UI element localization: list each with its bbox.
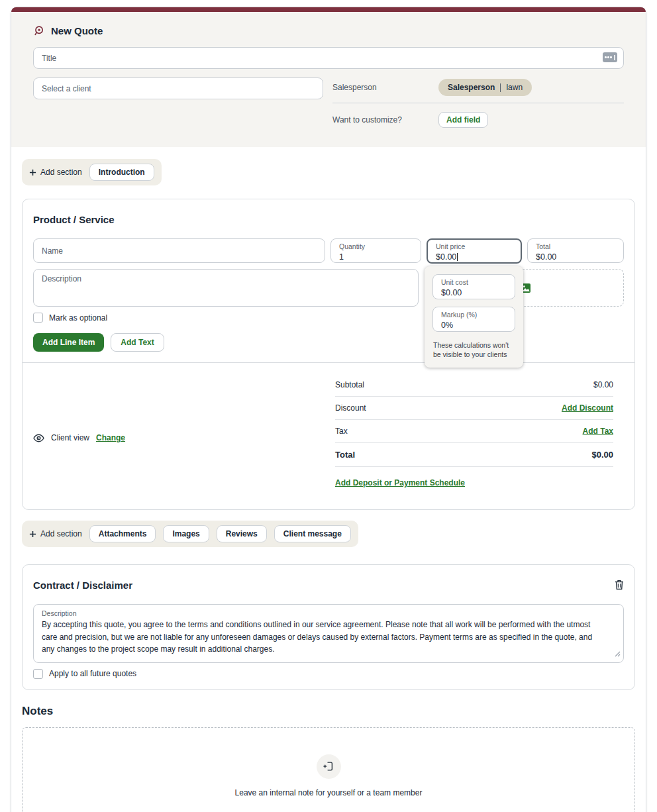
page: New Quote Salesperson Salesperson lawn <box>0 0 657 812</box>
subtotal-value: $0.00 <box>593 380 613 389</box>
new-quote-card: New Quote Salesperson Salesperson lawn <box>11 7 646 812</box>
quote-body: Add section Introduction Product / Servi… <box>11 147 646 812</box>
quote-title-input[interactable] <box>33 47 624 69</box>
page-title: New Quote <box>51 25 103 36</box>
line-item-row: Quantity 1 Unit price $0.00 Unit cost $ <box>33 238 624 264</box>
note-icon-circle <box>317 754 341 779</box>
plus-icon <box>29 531 36 538</box>
trash-icon[interactable] <box>615 580 624 590</box>
customize-label: Want to customize? <box>332 115 438 125</box>
unit-cost-value: $0.00 <box>441 287 507 298</box>
total-value: $0.00 <box>591 450 613 460</box>
contract-description-label: Description <box>42 609 615 617</box>
mark-optional-label: Mark as optional <box>49 313 107 323</box>
text-cursor <box>457 253 458 261</box>
add-section-label: Add section <box>40 529 82 538</box>
description-row <box>33 269 624 307</box>
unit-price-field[interactable]: Unit price $0.00 <box>427 238 522 264</box>
quantity-field[interactable]: Quantity 1 <box>330 238 421 263</box>
section-pill-client-message[interactable]: Client message <box>274 525 351 542</box>
total-label: Total <box>335 450 355 460</box>
subtotal-label: Subtotal <box>335 380 364 389</box>
quantity-value: 1 <box>339 252 413 262</box>
unit-price-label: Unit price <box>436 242 513 252</box>
eye-icon <box>33 434 44 442</box>
text-template-icon[interactable] <box>603 52 617 62</box>
unit-cost-label: Unit cost <box>441 278 507 287</box>
notes-heading: Notes <box>22 705 635 718</box>
change-view-link[interactable]: Change <box>96 433 125 442</box>
client-view-label: Client view <box>51 433 89 442</box>
panel-divider <box>23 362 634 363</box>
tax-label: Tax <box>335 427 348 436</box>
resize-handle[interactable] <box>615 648 621 660</box>
card-top-accent-bar <box>11 7 646 12</box>
note-add-icon <box>323 760 334 772</box>
subtotal-row: Subtotal $0.00 <box>335 374 613 397</box>
unit-price-value: $0.00 <box>436 252 456 262</box>
salesperson-pill[interactable]: Salesperson lawn <box>438 79 532 96</box>
product-service-panel: Product / Service Quantity 1 Unit price … <box>22 199 635 510</box>
section-pill-introduction[interactable]: Introduction <box>89 164 154 181</box>
section-pill-reviews[interactable]: Reviews <box>217 525 267 542</box>
plus-icon <box>29 169 36 176</box>
add-text-button[interactable]: Add Text <box>111 333 164 352</box>
line-total-field: Total $0.00 <box>527 238 624 263</box>
apply-future-quotes-label: Apply to all future quotes <box>49 669 136 678</box>
add-discount-link[interactable]: Add Discount <box>562 403 613 413</box>
add-section-bar-top: Add section Introduction <box>22 159 162 185</box>
section-pill-images[interactable]: Images <box>163 525 209 542</box>
add-section-button[interactable]: Add section <box>29 168 82 177</box>
cost-markup-popup: Unit cost $0.00 Markup (%) 0% These calc… <box>425 266 523 368</box>
apply-future-quotes-checkbox[interactable] <box>33 669 43 679</box>
add-section-label: Add section <box>40 168 82 177</box>
discount-label: Discount <box>335 403 366 413</box>
add-field-button[interactable]: Add field <box>438 112 488 128</box>
salesperson-label: Salesperson <box>332 83 438 92</box>
salesperson-pill-primary: Salesperson <box>448 83 495 92</box>
unit-cost-field[interactable]: Unit cost $0.00 <box>432 274 515 299</box>
notes-empty-text: Leave an internal note for yourself or a… <box>235 788 423 797</box>
total-row: Total $0.00 <box>335 443 613 467</box>
line-item-name-input[interactable] <box>33 238 325 263</box>
totals-summary: Subtotal $0.00 Discount Add Discount Tax… <box>335 374 613 499</box>
line-total-value: $0.00 <box>536 252 615 262</box>
contract-heading: Contract / Disclaimer <box>33 580 132 591</box>
line-total-label: Total <box>536 242 615 252</box>
mark-optional-checkbox[interactable] <box>33 313 43 323</box>
add-section-bar-bottom: Add section Attachments Images Reviews C… <box>22 521 358 547</box>
add-section-button-2[interactable]: Add section <box>29 529 82 538</box>
contract-description-text: By accepting this quote, you agree to th… <box>42 619 615 656</box>
contract-description-field[interactable]: Description By accepting this quote, you… <box>33 604 624 663</box>
pill-divider <box>500 83 501 92</box>
contract-panel: Contract / Disclaimer Description By acc… <box>22 564 635 690</box>
select-client-input[interactable] <box>33 77 323 99</box>
add-tax-link[interactable]: Add Tax <box>583 427 613 436</box>
section-pill-attachments[interactable]: Attachments <box>89 525 156 542</box>
markup-value: 0% <box>441 320 507 330</box>
calculations-note: These calculations won't be visible to y… <box>432 339 515 360</box>
markup-field[interactable]: Markup (%) 0% <box>432 307 515 332</box>
tax-row: Tax Add Tax <box>335 420 613 443</box>
salesperson-pill-secondary: lawn <box>506 83 523 92</box>
product-service-heading: Product / Service <box>33 214 624 225</box>
notes-dropzone[interactable]: Leave an internal note for yourself or a… <box>22 727 635 812</box>
line-item-description-input[interactable] <box>33 269 419 307</box>
quote-icon <box>33 25 44 36</box>
quantity-label: Quantity <box>339 242 413 252</box>
markup-label: Markup (%) <box>441 311 507 320</box>
quote-header: New Quote Salesperson Salesperson lawn <box>11 12 646 147</box>
add-deposit-link[interactable]: Add Deposit or Payment Schedule <box>335 478 465 487</box>
discount-row: Discount Add Discount <box>335 397 613 420</box>
add-line-item-button[interactable]: Add Line Item <box>33 333 104 352</box>
